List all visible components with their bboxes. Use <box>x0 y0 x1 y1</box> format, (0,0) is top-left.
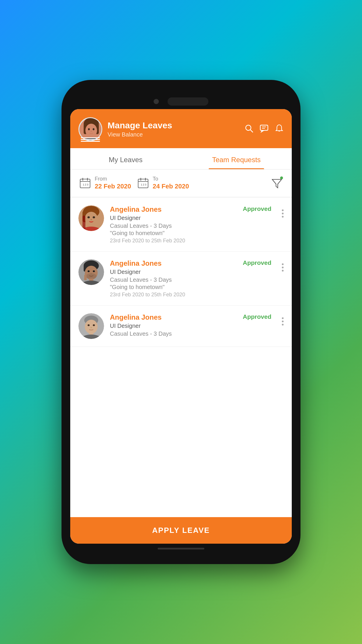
home-indicator <box>158 548 204 550</box>
leave-item: Angelina Jones UI Designer Casual Leaves… <box>70 198 292 252</box>
from-date-group: 1 2 3 From 22 Feb 2020 <box>78 176 131 190</box>
svg-point-47 <box>91 273 92 274</box>
svg-text:2: 2 <box>143 183 144 186</box>
header-subtitle: View Balance <box>108 131 245 138</box>
svg-point-35 <box>93 216 95 218</box>
svg-point-34 <box>87 216 90 218</box>
svg-text:1: 1 <box>83 183 84 186</box>
svg-marker-29 <box>272 179 282 188</box>
svg-text:1: 1 <box>141 183 142 186</box>
svg-text:2: 2 <box>85 183 86 186</box>
tab-team-requests[interactable]: Team Requests <box>181 148 292 169</box>
from-date-text: From 22 Feb 2020 <box>95 176 131 190</box>
leave-item: Angelina Jones UI Designer Casual Leaves… <box>70 252 292 306</box>
to-date-group: 1 2 3 To 24 Feb 2020 <box>136 176 189 190</box>
svg-rect-39 <box>82 216 85 230</box>
leave-item: Angelina Jones UI Designer Casual Leaves… <box>70 306 292 347</box>
from-calendar-icon[interactable]: 1 2 3 <box>78 176 92 190</box>
svg-point-46 <box>93 270 95 272</box>
svg-point-5 <box>88 128 90 130</box>
app-screen: Manage Leaves View Balance <box>70 109 292 544</box>
svg-point-55 <box>88 324 90 326</box>
svg-point-59 <box>91 327 92 328</box>
apply-leave-button[interactable]: APPLY LEAVE <box>70 517 292 544</box>
filter-bar: 1 2 3 From 22 Feb 2020 <box>70 169 292 197</box>
svg-point-45 <box>88 270 90 272</box>
leave-context-menu[interactable] <box>282 317 284 326</box>
leave-status-approved: Approved <box>243 259 271 266</box>
svg-rect-12 <box>260 125 268 130</box>
leave-avatar <box>78 205 104 231</box>
message-icon[interactable] <box>260 124 268 135</box>
filter-active-dot <box>280 176 283 179</box>
to-calendar-icon[interactable]: 1 2 3 <box>136 176 150 190</box>
tab-my-leaves[interactable]: My Leaves <box>70 148 181 169</box>
header-title: Manage Leaves <box>108 120 245 130</box>
svg-point-33 <box>85 212 98 226</box>
filter-icon[interactable] <box>270 176 284 190</box>
leave-context-menu[interactable] <box>282 209 284 218</box>
phone-frame: Manage Leaves View Balance <box>61 80 301 564</box>
header-avatar-wrap <box>78 117 102 141</box>
svg-line-11 <box>250 130 253 132</box>
leave-avatar <box>78 313 104 339</box>
svg-point-7 <box>91 131 92 132</box>
leave-status-approved: Approved <box>243 205 271 212</box>
svg-text:3: 3 <box>87 183 88 186</box>
search-icon[interactable] <box>245 124 253 135</box>
leave-context-menu[interactable] <box>282 263 284 272</box>
header-text: Manage Leaves View Balance <box>108 120 245 138</box>
svg-text:3: 3 <box>145 183 146 186</box>
svg-point-51 <box>84 278 87 280</box>
svg-point-36 <box>91 219 92 220</box>
leave-avatar <box>78 259 104 285</box>
speaker <box>168 97 208 106</box>
phone-notch <box>70 97 292 106</box>
svg-point-54 <box>85 320 98 334</box>
to-date-text: To 24 Feb 2020 <box>153 176 189 190</box>
svg-point-4 <box>85 124 97 137</box>
svg-point-56 <box>93 324 95 326</box>
header-icons <box>245 124 284 135</box>
tab-bar: My Leaves Team Requests <box>70 148 292 169</box>
bell-icon[interactable] <box>275 124 284 135</box>
app-header: Manage Leaves View Balance <box>70 109 292 148</box>
menu-icon[interactable] <box>78 137 102 142</box>
svg-point-6 <box>93 128 94 130</box>
camera <box>154 99 159 104</box>
phone-bottom <box>70 548 292 550</box>
leave-list: Angelina Jones UI Designer Casual Leaves… <box>70 198 292 517</box>
leave-status-approved: Approved <box>243 313 271 320</box>
